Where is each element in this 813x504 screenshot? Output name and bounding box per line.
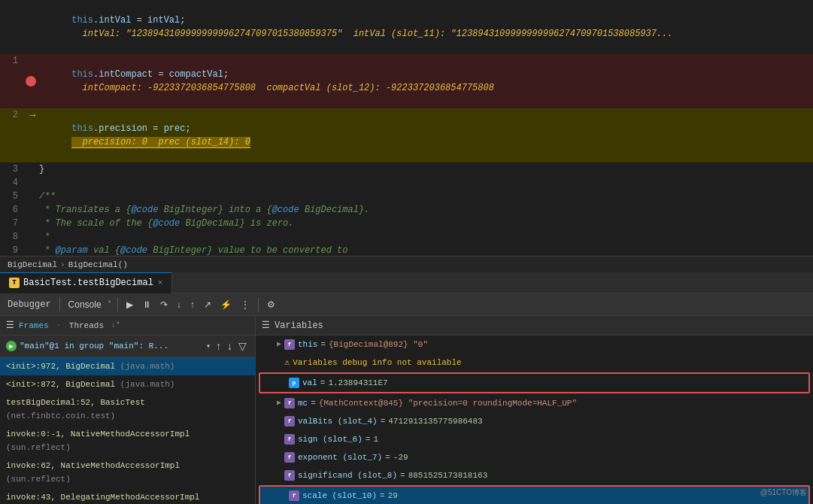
variables-list: ▶ f this = {BigDecimal@892} "0" ⚠ Variab…: [256, 335, 813, 504]
breadcrumb-part: BigDecimal: [8, 260, 57, 269]
breadcrumb-part: BigDecimal(): [68, 260, 128, 269]
var-type-icon: f: [284, 470, 295, 481]
debugger-toolbar: Debugger Console * ▶ ⏸ ↷ ↓ ↑ ↗ ⚡ ⋮ ⚙: [0, 293, 813, 316]
code-line-comment: 6 * Translates a {@code BigInteger} into…: [0, 203, 813, 217]
code-line-comment: 7 * The scale of the {@code BigDecimal} …: [0, 217, 813, 230]
variable-row-exponent[interactable]: f exponent (slot_7) = -29: [256, 448, 813, 466]
left-panel: ☰ Frames · Threads ↓* ▶ "main"@1 in grou…: [0, 316, 256, 504]
thread-dropdown[interactable]: ▾: [206, 342, 211, 351]
variable-row-mc[interactable]: ▶ f mc = {MathContext@845} "precision=0 …: [256, 394, 813, 412]
breakpoint-indicator: [26, 76, 36, 87]
var-type-icon: f: [289, 490, 299, 501]
debug-controls: ↑ ↓ ▽: [214, 339, 249, 354]
code-line-breakpoint: 1 this.intCompact = compactVal; intCompa…: [0, 54, 813, 108]
variables-header: ☰ Variables: [256, 316, 813, 335]
breadcrumb: BigDecimal › BigDecimal(): [0, 256, 813, 272]
tab-basic-test[interactable]: T BasicTest.testBigDecimal ×: [0, 272, 172, 293]
step-over-button[interactable]: ↷: [157, 298, 171, 311]
variable-row-warning: ⚠ Variables debug info not available: [256, 354, 813, 372]
step-up-button[interactable]: ↑: [214, 339, 223, 354]
resume-button[interactable]: ▶: [123, 298, 136, 311]
stack-frame-item[interactable]: testBigDecimal:52, BasicTest (net.finbtc…: [0, 393, 255, 425]
console-label: Console: [68, 299, 102, 310]
variables-icon: ☰: [262, 320, 270, 331]
var-type-icon-p: p: [289, 378, 299, 388]
more-button[interactable]: ⋮: [238, 298, 253, 311]
tab-icon: T: [9, 278, 20, 288]
variable-row-this[interactable]: ▶ f this = {BigDecimal@892} "0": [256, 335, 813, 354]
variables-label: Variables: [275, 320, 323, 331]
var-type-icon: f: [284, 452, 295, 463]
expand-icon[interactable]: ▶: [274, 398, 284, 408]
right-panel: ☰ Variables ▶ f this = {BigDecimal@892} …: [256, 316, 813, 504]
stack-frame-item[interactable]: <init>:872, BigDecimal (java.math): [0, 375, 255, 393]
watermark: @51CTO博客: [760, 487, 807, 498]
stack-frame-item[interactable]: invoke:0:-1, NativeMethodAccessorImpl (s…: [0, 425, 255, 457]
code-editor: this.intVal = intVal; intVal: "123894310…: [0, 0, 813, 256]
filter-button[interactable]: ▽: [236, 339, 249, 354]
var-type-icon: f: [284, 434, 295, 445]
tab-bar: T BasicTest.testBigDecimal ×: [0, 272, 813, 293]
variable-row-valbits[interactable]: f valBits (slot_4) = 4712913135775986483: [256, 412, 813, 430]
stack-frame-item[interactable]: <init>:972, BigDecimal (java.math): [0, 357, 255, 375]
tab-label: BasicTest.testBigDecimal: [23, 278, 153, 288]
var-type-icon: f: [284, 398, 295, 408]
var-type-icon: f: [284, 416, 295, 427]
code-line-comment: 9 * @param val {@code BigInteger} value …: [0, 244, 813, 256]
code-line: 3 }: [0, 162, 813, 176]
variable-row-scale[interactable]: f scale (slot_10) = 29: [259, 485, 810, 504]
threads-tab[interactable]: Threads: [69, 321, 104, 330]
stack-frame-item[interactable]: invoke:43, DelegatingMethodAccessorImpl …: [0, 488, 255, 504]
var-type-icon: f: [284, 339, 295, 350]
console-button[interactable]: Console: [65, 298, 105, 311]
frames-tab[interactable]: Frames: [19, 321, 49, 330]
code-line: this.intVal = intVal; intVal: "123894310…: [0, 0, 813, 54]
debug-main: ☰ Frames · Threads ↓* ▶ "main"@1 in grou…: [0, 316, 813, 504]
variable-row-significand[interactable]: f significand (slot_8) = 885152517381816…: [256, 466, 813, 484]
code-line-comment: 8 *: [0, 230, 813, 244]
variable-row-val[interactable]: p val = 1.23894311E7: [259, 372, 810, 393]
thread-selector: ▶ "main"@1 in group "main": R... ▾ ↑ ↓ ▽: [0, 335, 255, 357]
step-down-button[interactable]: ↓: [225, 339, 235, 354]
debug-arrow: →: [26, 108, 39, 122]
variable-row-sign[interactable]: f sign (slot_6) = 1: [256, 430, 813, 448]
pause-button[interactable]: ⏸: [139, 298, 154, 311]
step-out-button[interactable]: ↑: [187, 298, 198, 311]
code-line-comment: 5 /**: [0, 190, 813, 203]
evaluate-button[interactable]: ⚡: [217, 298, 235, 311]
tab-close-button[interactable]: ×: [158, 278, 163, 287]
code-line-current: 2 → this.precision = prec; precision: 0 …: [0, 108, 813, 162]
frames-panel-icon: ☰: [6, 320, 14, 331]
thread-status-icon: ▶: [6, 341, 17, 351]
run-to-cursor-button[interactable]: ↗: [201, 298, 214, 311]
debugger-label: Debugger: [5, 299, 54, 310]
stack-frame-item[interactable]: invoke:62, NativeMethodAccessorImpl (sun…: [0, 457, 255, 488]
settings-button[interactable]: ⚙: [264, 298, 278, 311]
expand-icon[interactable]: ▶: [274, 339, 284, 350]
thread-name: "main"@1 in group "main": R...: [20, 342, 203, 351]
panel-header: ☰ Frames · Threads ↓*: [0, 316, 255, 335]
stack-frames-list: <init>:972, BigDecimal (java.math) <init…: [0, 357, 255, 504]
warning-icon: ⚠: [284, 355, 290, 370]
step-into-button[interactable]: ↓: [174, 298, 184, 311]
code-line: 4: [0, 176, 813, 190]
